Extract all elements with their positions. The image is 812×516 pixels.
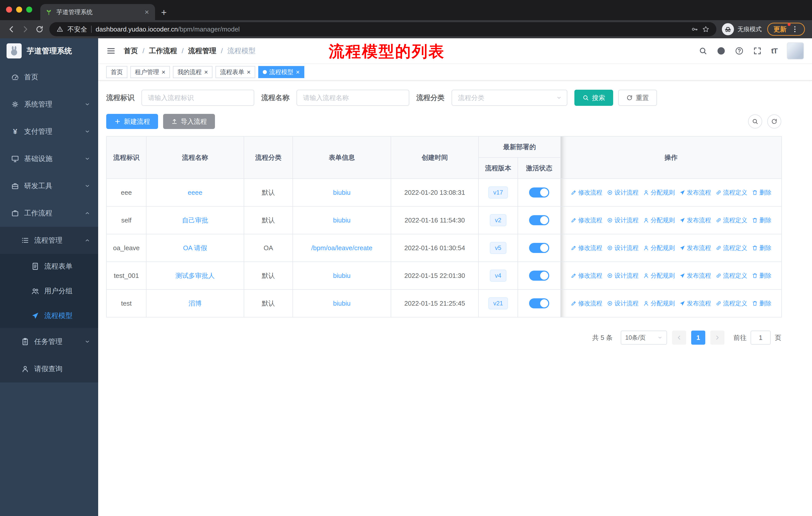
form-info-link[interactable]: biubiu	[333, 216, 350, 224]
status-toggle[interactable]	[529, 215, 549, 225]
breadcrumb-home[interactable]: 首页	[124, 46, 138, 56]
op-design-link[interactable]: 设计流程	[607, 244, 639, 252]
close-icon[interactable]: ×	[162, 69, 165, 75]
sidebar-item-task-mgmt[interactable]: 任务管理	[0, 328, 98, 355]
sidebar-item-user-group[interactable]: 用户分组	[0, 279, 98, 303]
page-number-button[interactable]: 1	[691, 331, 705, 345]
op-design-link[interactable]: 设计流程	[607, 216, 639, 224]
browser-update-button[interactable]: 更新	[767, 23, 805, 36]
version-badge[interactable]: v21	[488, 297, 508, 309]
search-icon[interactable]	[699, 47, 707, 55]
sidebar-item-payment[interactable]: ¥ 支付管理	[0, 118, 98, 145]
op-delete-link[interactable]: 删除	[752, 299, 772, 307]
avatar[interactable]	[787, 42, 804, 59]
tag-tenant[interactable]: 租户管理 ×	[130, 66, 170, 78]
sidebar-item-infra[interactable]: 基础设施	[0, 145, 98, 172]
key-icon[interactable]	[691, 26, 698, 33]
next-page-button[interactable]	[710, 331, 724, 345]
help-icon[interactable]	[735, 47, 744, 55]
sidebar-item-workflow[interactable]: 工作流程	[0, 199, 98, 227]
reset-button[interactable]: 重置	[618, 90, 657, 106]
op-design-link[interactable]: 设计流程	[607, 188, 639, 196]
op-modify-link[interactable]: 修改流程	[571, 188, 602, 196]
tag-home[interactable]: 首页	[106, 66, 127, 78]
github-icon[interactable]	[717, 47, 725, 55]
form-info-link[interactable]: /bpm/oa/leave/create	[311, 244, 373, 252]
form-info-link[interactable]: biubiu	[333, 189, 350, 196]
op-publish-link[interactable]: 发布流程	[679, 216, 711, 224]
tag-process-model[interactable]: 流程模型 ×	[258, 66, 304, 78]
hamburger-menu-icon[interactable]	[106, 46, 116, 56]
minimize-window-button[interactable]	[16, 6, 22, 12]
process-name-link[interactable]: 自己审批	[182, 216, 208, 224]
process-id-input[interactable]	[141, 90, 254, 106]
sidebar-item-system[interactable]: 系统管理	[0, 91, 98, 118]
op-design-link[interactable]: 设计流程	[607, 272, 639, 280]
form-info-link[interactable]: biubiu	[333, 300, 350, 307]
process-name-link[interactable]: eeee	[188, 189, 202, 196]
close-icon[interactable]: ×	[204, 69, 208, 75]
maximize-window-button[interactable]	[26, 6, 32, 12]
sidebar-item-home[interactable]: 首页	[0, 63, 98, 91]
op-assign-rule-link[interactable]: 分配规则	[643, 244, 675, 252]
close-icon[interactable]: ×	[247, 69, 251, 75]
browser-menu-icon[interactable]	[791, 25, 799, 33]
font-size-icon[interactable]: tT	[771, 47, 777, 55]
op-modify-link[interactable]: 修改流程	[571, 216, 602, 224]
op-assign-rule-link[interactable]: 分配规则	[643, 216, 675, 224]
process-name-link[interactable]: 测试多审批人	[175, 272, 215, 279]
op-delete-link[interactable]: 删除	[752, 216, 772, 224]
close-window-button[interactable]	[6, 6, 12, 12]
close-icon[interactable]: ×	[296, 69, 300, 75]
op-publish-link[interactable]: 发布流程	[679, 299, 711, 307]
show-search-button[interactable]	[748, 114, 762, 129]
form-info-link[interactable]: biubiu	[333, 272, 350, 279]
fullscreen-icon[interactable]	[753, 47, 762, 55]
process-name-link[interactable]: OA 请假	[183, 244, 207, 252]
reload-icon[interactable]	[35, 25, 44, 33]
op-publish-link[interactable]: 发布流程	[679, 272, 711, 280]
version-badge[interactable]: v5	[490, 242, 506, 254]
status-toggle[interactable]	[529, 271, 549, 281]
tag-my-process[interactable]: 我的流程 ×	[173, 66, 212, 78]
op-definition-link[interactable]: 流程定义	[716, 299, 747, 307]
op-definition-link[interactable]: 流程定义	[716, 216, 747, 224]
create-process-button[interactable]: 新建流程	[106, 114, 158, 129]
version-badge[interactable]: v4	[490, 270, 506, 281]
import-process-button[interactable]: 导入流程	[163, 114, 215, 129]
sidebar-item-leave-query[interactable]: 请假查询	[0, 355, 98, 382]
refresh-table-button[interactable]	[767, 114, 781, 129]
op-assign-rule-link[interactable]: 分配规则	[643, 272, 675, 280]
op-assign-rule-link[interactable]: 分配规则	[643, 299, 675, 307]
page-size-select[interactable]: 10条/页	[621, 331, 667, 345]
close-tab-icon[interactable]: ×	[143, 8, 150, 16]
search-button[interactable]: 搜索	[574, 90, 613, 106]
version-badge[interactable]: v17	[488, 186, 508, 198]
prev-page-button[interactable]	[672, 331, 686, 345]
op-modify-link[interactable]: 修改流程	[571, 299, 602, 307]
bookmark-star-icon[interactable]	[702, 26, 709, 33]
op-modify-link[interactable]: 修改流程	[571, 244, 602, 252]
op-assign-rule-link[interactable]: 分配规则	[643, 188, 675, 196]
op-delete-link[interactable]: 删除	[752, 188, 772, 196]
op-modify-link[interactable]: 修改流程	[571, 272, 602, 280]
op-design-link[interactable]: 设计流程	[607, 299, 639, 307]
process-name-input[interactable]	[296, 90, 409, 106]
category-select[interactable]: 流程分类	[452, 90, 567, 106]
op-definition-link[interactable]: 流程定义	[716, 272, 747, 280]
op-definition-link[interactable]: 流程定义	[716, 244, 747, 252]
browser-tab[interactable]: 芋道管理系统 ×	[40, 4, 155, 20]
op-delete-link[interactable]: 删除	[752, 244, 772, 252]
breadcrumb-process-mgmt[interactable]: 流程管理	[188, 46, 216, 56]
version-badge[interactable]: v2	[490, 214, 506, 226]
sidebar-item-process-mgmt[interactable]: 流程管理	[0, 227, 98, 254]
sidebar-item-dev-tools[interactable]: 研发工具	[0, 172, 98, 199]
forward-icon[interactable]	[21, 25, 30, 33]
status-toggle[interactable]	[529, 243, 549, 253]
breadcrumb-workflow[interactable]: 工作流程	[149, 46, 177, 56]
address-bar[interactable]: 不安全 dashboard.yudao.iocoder.cn/bpm/manag…	[49, 22, 716, 36]
sidebar-item-process-model[interactable]: 流程模型	[0, 303, 98, 328]
op-definition-link[interactable]: 流程定义	[716, 188, 747, 196]
tag-process-form[interactable]: 流程表单 ×	[215, 66, 255, 78]
op-delete-link[interactable]: 删除	[752, 272, 772, 280]
